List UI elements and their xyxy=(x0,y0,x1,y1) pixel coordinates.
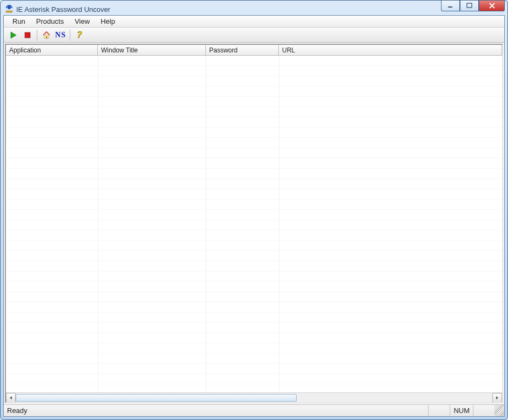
help-button[interactable]: ? xyxy=(73,29,86,42)
column-header-url[interactable]: URL xyxy=(279,45,502,55)
window-controls xyxy=(441,1,505,11)
toolbar: NS ? xyxy=(4,28,504,43)
scroll-left-arrow[interactable] xyxy=(6,393,16,403)
column-headers: Application Window Title Password URL xyxy=(6,45,502,56)
svg-rect-8 xyxy=(467,3,472,8)
status-num: NUM xyxy=(450,405,473,416)
column-divider xyxy=(279,56,279,392)
menubar: Run Products View Help xyxy=(4,16,504,28)
column-header-window-title[interactable]: Window Title xyxy=(98,45,206,55)
svg-text:?: ? xyxy=(77,31,82,39)
resize-grip-icon[interactable] xyxy=(494,405,504,416)
status-ready: Ready xyxy=(4,406,428,415)
menu-run[interactable]: Run xyxy=(7,16,31,26)
listview[interactable]: Application Window Title Password URL xyxy=(6,45,502,392)
svg-point-4 xyxy=(9,11,9,12)
toolbar-separator xyxy=(70,30,70,41)
listview-container: Application Window Title Password URL xyxy=(5,44,503,403)
column-divider xyxy=(206,56,206,392)
status-cell-empty xyxy=(428,405,450,416)
toolbar-separator xyxy=(37,30,37,41)
column-header-application[interactable]: Application xyxy=(6,45,98,55)
column-header-password[interactable]: Password xyxy=(206,45,279,55)
svg-rect-7 xyxy=(448,6,452,8)
scroll-right-arrow[interactable] xyxy=(492,393,502,403)
svg-point-3 xyxy=(8,11,8,12)
statusbar: Ready NUM xyxy=(4,404,504,416)
app-icon xyxy=(5,5,14,14)
scroll-thumb[interactable] xyxy=(16,394,297,402)
svg-rect-9 xyxy=(25,32,30,38)
svg-point-0 xyxy=(8,6,11,9)
ns-label: NS xyxy=(55,31,66,39)
menu-view[interactable]: View xyxy=(69,16,95,26)
window-frame: IE Asterisk Password Uncover Run Product… xyxy=(0,0,508,420)
client-area: Run Products View Help NS ? xyxy=(3,15,505,417)
home-button[interactable] xyxy=(40,29,53,42)
run-button[interactable] xyxy=(7,29,20,42)
status-cell-empty xyxy=(473,405,494,416)
horizontal-scrollbar[interactable] xyxy=(6,392,502,402)
svg-point-5 xyxy=(10,11,10,12)
minimize-button[interactable] xyxy=(441,1,460,11)
menu-help[interactable]: Help xyxy=(95,16,121,26)
scroll-track[interactable] xyxy=(16,393,492,403)
menu-products[interactable]: Products xyxy=(31,16,69,26)
close-button[interactable] xyxy=(479,1,505,11)
listview-rows[interactable] xyxy=(6,56,502,392)
svg-point-6 xyxy=(11,11,11,12)
stop-button[interactable] xyxy=(21,29,34,42)
column-divider xyxy=(98,56,98,392)
ns-button[interactable]: NS xyxy=(54,29,67,42)
maximize-button[interactable] xyxy=(460,1,479,11)
titlebar[interactable]: IE Asterisk Password Uncover xyxy=(3,3,505,15)
svg-point-2 xyxy=(6,11,7,12)
svg-rect-11 xyxy=(46,36,48,38)
window-title: IE Asterisk Password Uncover xyxy=(16,5,503,14)
